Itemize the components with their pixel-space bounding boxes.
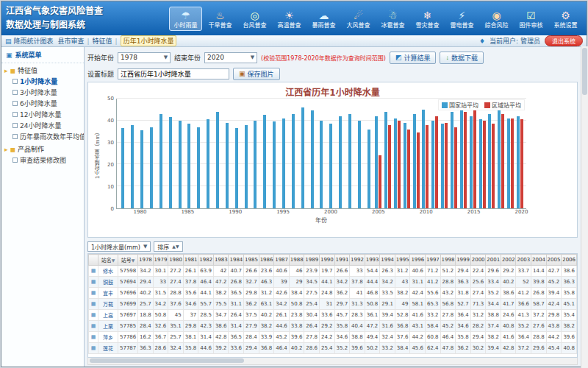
logout-button[interactable]: 退出系统 <box>545 35 583 46</box>
column-header-year[interactable]: 1984 <box>229 255 244 266</box>
toolbar-item-5[interactable]: ☁暴雨普查 <box>307 7 340 31</box>
column-header-year[interactable]: 2000 <box>470 255 486 266</box>
table-row[interactable]: ▦萍乡5778616.236.725.738.131.442.836.528.4… <box>89 332 577 343</box>
bar-national-1992 <box>254 121 257 208</box>
column-header-year[interactable]: 1979 <box>153 255 168 266</box>
tree-item[interactable]: 审查结果修改图 <box>1 155 84 166</box>
column-header-year[interactable]: 1988 <box>289 255 304 266</box>
tree-item[interactable]: 3小时降水量 <box>1 87 84 98</box>
column-header-year[interactable]: 1985 <box>244 255 259 266</box>
toolbar-item-11[interactable]: ☑图件审核 <box>514 7 548 31</box>
toolbar-item-1[interactable]: ☂小时雨量 <box>169 7 202 31</box>
calculate-button[interactable]: ◩ 计算结果 <box>390 52 437 64</box>
end-year-select[interactable]: 2020 ▼ <box>204 52 257 63</box>
column-header-year[interactable]: 1986 <box>259 255 274 266</box>
bar-national-1983 <box>169 117 172 208</box>
vertical-scrollbar[interactable] <box>581 46 588 368</box>
column-header-year[interactable]: 1999 <box>456 255 471 266</box>
value-cell: 29.2 <box>319 321 334 332</box>
column-header-year[interactable]: 1980 <box>168 255 184 266</box>
toolbar-item-3[interactable]: ◎台风普查 <box>238 7 271 31</box>
breadcrumb-item[interactable]: 县市审查 <box>58 36 85 46</box>
column-header-year[interactable]: 2004 <box>531 255 547 266</box>
table-row[interactable]: ▦修水5759834.230.127.226.163.94240.726.623… <box>89 266 577 277</box>
column-header-year[interactable]: 2005 <box>546 255 562 266</box>
table-row[interactable]: ▦上高5769718.850.8453728.534.726.437.540.2… <box>89 310 577 321</box>
column-header-year[interactable]: 1981 <box>183 255 198 266</box>
toolbar-item-2[interactable]: ♨干旱普查 <box>204 7 237 31</box>
horizontal-scrollbar-thumb[interactable] <box>90 358 244 363</box>
column-header-year[interactable]: 1993 <box>365 255 380 266</box>
column-header-year[interactable]: 1995 <box>395 255 410 266</box>
toolbar-item-label: 冰雹普查 <box>377 22 409 29</box>
column-header-year[interactable]: 1997 <box>425 255 440 266</box>
tree-group[interactable]: ▸◼产品制作 <box>1 142 84 155</box>
download-button[interactable]: ↓ 数据下载 <box>440 52 484 64</box>
column-header-year[interactable]: 1990 <box>319 255 334 266</box>
toolbar-item-10[interactable]: ◉综合风险 <box>480 7 513 31</box>
value-cell: 39.4 <box>486 343 501 354</box>
chart-title-input[interactable] <box>118 68 229 79</box>
tree-item[interactable]: 历年暴雨次数年平均值图 <box>1 131 84 142</box>
column-header-year[interactable]: 1996 <box>410 255 426 266</box>
value-cell: 34.2 <box>153 299 168 310</box>
column-header-year[interactable]: 2002 <box>501 255 516 266</box>
tab-rain-statistics-chart[interactable]: ▤ 降雨统计图表 <box>5 36 54 46</box>
breadcrumb-item[interactable]: 历年1小时降水量 <box>121 35 177 46</box>
column-filter-dropdown[interactable]: 1小时降水量(mm) ▼ <box>87 241 151 252</box>
sort-dropdown[interactable]: 排序 ▲▼ <box>154 241 182 252</box>
end-year-value: 2020 <box>207 54 224 61</box>
column-header-year[interactable]: 1983 <box>213 255 229 266</box>
value-cell: 29.4 <box>244 343 259 354</box>
bar-group-1996 <box>288 99 298 208</box>
value-cell: 26.4 <box>229 310 244 321</box>
table-row[interactable]: ▦宜丰5769640.231.528.835.644.138.236.529.8… <box>89 288 577 299</box>
toolbar-item-6[interactable]: ☄大风普查 <box>342 7 375 31</box>
toolbar-item-8[interactable]: ❄雪灾普查 <box>411 7 444 31</box>
toolbar-module-icon: ◉ <box>481 9 512 22</box>
value-cell: 29.4 <box>470 332 486 343</box>
bar-group-1984 <box>175 99 184 208</box>
column-header-year[interactable]: 1982 <box>198 255 214 266</box>
tree-item[interactable]: 24小时降水量 <box>1 120 84 131</box>
tree-item[interactable]: 12小时降水量 <box>1 109 84 120</box>
toolbar-item-9[interactable]: ⚡雷电普查 <box>445 7 478 31</box>
horizontal-scrollbar[interactable] <box>87 358 578 365</box>
column-header-year[interactable]: 1994 <box>380 255 395 266</box>
column-header-year[interactable]: 1991 <box>334 255 350 266</box>
table-row[interactable]: ▦上栗5778528.432.635.129.842.338.631.427.9… <box>89 321 577 332</box>
sidebar-tree: ▸◼特征值1小时降水量3小时降水量6小时降水量12小时降水量24小时降水量历年暴… <box>1 63 84 166</box>
column-header-year[interactable]: 2006 <box>562 255 577 266</box>
table-row[interactable]: ▦莲花5778736.328.632.435.844.639.233.629.4… <box>89 343 577 354</box>
toolbar-item-7[interactable]: ☃冰雹普查 <box>376 7 409 31</box>
vertical-scrollbar-thumb[interactable] <box>582 48 587 95</box>
value-cell: 28.8 <box>168 288 184 299</box>
tree-group[interactable]: ▸◼特征值 <box>1 63 84 76</box>
value-cell: 38.8 <box>350 332 365 343</box>
value-cell: 44.2 <box>410 332 426 343</box>
x-tick-label: 1995 <box>276 209 290 215</box>
column-header-station-id[interactable]: 站号▼ <box>118 255 138 266</box>
table-row[interactable]: ▦铜鼓5769429.43327.437.846.447.226.832.746… <box>89 277 577 288</box>
bar-group-2004 <box>364 99 373 208</box>
column-header-year[interactable]: 1998 <box>440 255 456 266</box>
toolbar-module-icon: ☑ <box>515 9 547 22</box>
tree-item[interactable]: 1小时降水量 <box>1 76 84 87</box>
sort-arrow-icon: ▼ <box>112 258 115 263</box>
table-row[interactable]: ▦万载5769925.734.237.634.655.775.531.136.2… <box>89 299 577 310</box>
save-image-button[interactable]: ▣ 保存图片 <box>233 68 280 80</box>
toolbar-item-4[interactable]: ☀高温普查 <box>273 7 306 31</box>
column-header-year[interactable]: 2003 <box>516 255 531 266</box>
tree-item[interactable]: 6小时降水量 <box>1 98 84 109</box>
value-cell: 71.2 <box>425 266 440 277</box>
toolbar-item-12[interactable]: ⚙系统设置 <box>549 7 582 31</box>
column-header-year[interactable]: 1989 <box>304 255 320 266</box>
column-header-year[interactable]: 2001 <box>486 255 501 266</box>
column-header-year[interactable]: 1978 <box>138 255 154 266</box>
column-header-year[interactable]: 1987 <box>274 255 290 266</box>
column-header-year[interactable]: 1992 <box>350 255 365 266</box>
start-year-select[interactable]: 1978 ▼ <box>118 52 171 63</box>
column-header-station[interactable]: 站名▼ <box>98 255 118 266</box>
value-cell: 42.4 <box>410 288 426 299</box>
breadcrumb-item[interactable]: 特征值 <box>93 36 112 46</box>
